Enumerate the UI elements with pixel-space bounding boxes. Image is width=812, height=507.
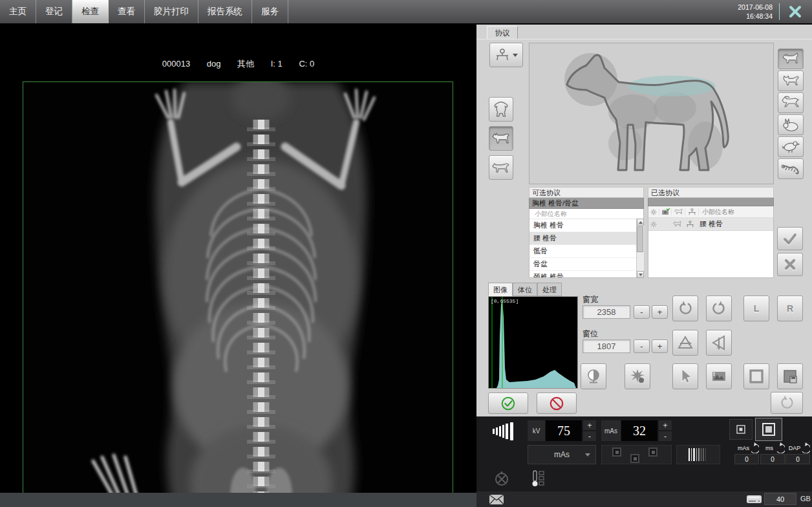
c-count: C: 0	[299, 59, 314, 69]
available-list-scrollbar[interactable]	[636, 219, 644, 278]
window-level-increase-button[interactable]: +	[652, 340, 668, 353]
pose-standing-view-button[interactable]	[489, 155, 513, 180]
patient-species: 其他	[237, 59, 254, 69]
pose-front-view-button[interactable]	[489, 97, 513, 122]
xray-image[interactable]	[23, 81, 453, 507]
positioning-table-button[interactable]	[489, 43, 523, 67]
confirm-protocol-button[interactable]	[777, 227, 803, 250]
mas-value[interactable]: 32	[621, 420, 657, 441]
barcode-button[interactable]	[676, 445, 720, 464]
menu-report-system[interactable]: 报告系统	[198, 0, 252, 23]
protocol-item-pelvis[interactable]: 骨盆	[529, 258, 643, 271]
collimator-lamp-icon[interactable]	[494, 470, 509, 487]
scrollbar-thumb[interactable]	[637, 226, 643, 252]
mas-increase-button[interactable]: +	[659, 420, 672, 430]
dap-result-value: 0	[785, 454, 810, 464]
collimation-square-icon	[748, 368, 765, 385]
focus-large-button[interactable]	[755, 418, 782, 441]
protocol-item-thoracic[interactable]: 胸椎 椎骨	[529, 219, 643, 232]
histogram-panel[interactable]: [0,65535]	[488, 296, 578, 389]
window-width-decrease-button[interactable]: -	[634, 305, 650, 319]
selected-protocol-row[interactable]: 腰 椎骨	[648, 218, 773, 231]
contrast-adjust-button[interactable]	[581, 363, 606, 389]
protocol-item-lumbar[interactable]: 腰 椎骨	[529, 232, 643, 245]
flip-horizontal-button[interactable]	[706, 330, 732, 356]
tab-process[interactable]: 处理	[537, 283, 562, 296]
temperature-status-icon	[531, 469, 546, 488]
marker-right-button[interactable]: R	[777, 296, 803, 321]
reject-image-button[interactable]	[537, 393, 577, 414]
select-cursor-button[interactable]	[672, 363, 698, 389]
exposure-mode-dropdown[interactable]: mAs	[528, 445, 596, 464]
menu-view[interactable]: 查看	[109, 0, 145, 23]
save-area-button[interactable]	[777, 363, 803, 389]
kv-value[interactable]: 75	[546, 420, 582, 441]
tab-position[interactable]: 体位	[513, 283, 537, 296]
menu-film-print[interactable]: 胶片打印	[145, 0, 198, 23]
exposure-check-icon	[659, 208, 672, 215]
tab-image[interactable]: 图像	[488, 283, 513, 296]
species-rabbit-button[interactable]	[778, 114, 804, 135]
available-column-header: 小部位名称	[529, 209, 643, 219]
remove-protocol-button[interactable]	[777, 253, 803, 276]
menu-register[interactable]: 登记	[36, 0, 72, 23]
protocol-item-sacrum[interactable]: 骶骨	[529, 245, 643, 258]
window-level-value[interactable]: 1807	[582, 340, 630, 353]
aec-chamber-right-button[interactable]	[648, 448, 657, 457]
focus-small-button[interactable]	[729, 419, 753, 440]
image-enhance-icon	[710, 369, 727, 384]
tab-protocol[interactable]: 协议	[487, 26, 518, 39]
positioning-table-icon	[495, 48, 510, 62]
region-forelimb[interactable]	[608, 127, 642, 160]
window-width-label: 窗宽	[582, 294, 598, 305]
species-dog-button[interactable]	[778, 49, 804, 69]
marker-left-button[interactable]: L	[743, 296, 769, 321]
window-level-decrease-button[interactable]: -	[634, 340, 650, 353]
species-cat-button[interactable]	[778, 70, 804, 91]
reset-button[interactable]	[771, 392, 803, 414]
menu-home[interactable]: 主页	[0, 0, 36, 23]
top-menu-bar: 主页 登记 检查 查看 胶片打印 报告系统 服务 2017-06-08 16:4…	[0, 0, 812, 23]
available-protocols-title: 可选协议	[529, 187, 644, 198]
message-envelope-icon[interactable]	[489, 495, 504, 504]
region-hindlimb[interactable]	[688, 122, 723, 169]
species-reptile-button[interactable]	[778, 158, 804, 179]
pose-lateral-view-button[interactable]	[489, 126, 513, 151]
check-icon	[782, 232, 798, 245]
collimation-area-button[interactable]	[743, 363, 769, 389]
kv-decrease-button[interactable]: -	[583, 431, 596, 441]
close-app-button[interactable]	[787, 4, 803, 19]
exposure-mode-value: mAs	[554, 450, 570, 459]
flip-vertical-icon	[677, 334, 694, 351]
kv-increase-button[interactable]: +	[583, 420, 596, 430]
selected-protocols-list: 小部位名称 腰 椎骨	[648, 206, 774, 278]
accept-image-button[interactable]	[488, 393, 528, 414]
window-width-value[interactable]: 2358	[582, 305, 630, 319]
mas-decrease-button[interactable]: -	[659, 431, 672, 441]
window-width-increase-button[interactable]: +	[652, 305, 668, 319]
species-bird-button[interactable]	[778, 136, 804, 157]
sharpen-button[interactable]	[625, 363, 650, 389]
dropdown-caret-icon	[585, 453, 590, 457]
selected-region-highlight[interactable]	[628, 76, 716, 96]
dog-anatomy-diagram[interactable]	[529, 43, 774, 184]
accept-check-icon	[500, 396, 516, 411]
protocol-item-cervical[interactable]: 颈椎 椎骨	[529, 271, 643, 278]
rotate-cw-button[interactable]	[706, 296, 732, 321]
available-protocols-category[interactable]: 胸椎 椎骨/骨盆	[529, 198, 644, 209]
table-mini-icon	[683, 221, 696, 228]
aec-chamber-center-button[interactable]	[630, 454, 639, 463]
image-count: I: 1	[271, 59, 283, 69]
scroll-down-icon[interactable]	[637, 271, 644, 278]
species-horse-button[interactable]	[778, 92, 804, 113]
menu-service[interactable]: 服务	[252, 0, 288, 23]
aec-chamber-left-button[interactable]	[612, 448, 621, 457]
vet-xray-workstation: 主页 登记 检查 查看 胶片打印 报告系统 服务 2017-06-08 16:4…	[0, 0, 812, 507]
scroll-up-icon[interactable]	[637, 219, 644, 226]
region-abdomen[interactable]	[654, 92, 696, 124]
image-enhance-button[interactable]	[706, 363, 732, 389]
flip-vertical-button[interactable]	[672, 330, 698, 356]
menu-exam[interactable]: 检查	[72, 0, 109, 23]
rabbit-icon	[782, 118, 800, 132]
rotate-ccw-button[interactable]	[672, 296, 698, 321]
